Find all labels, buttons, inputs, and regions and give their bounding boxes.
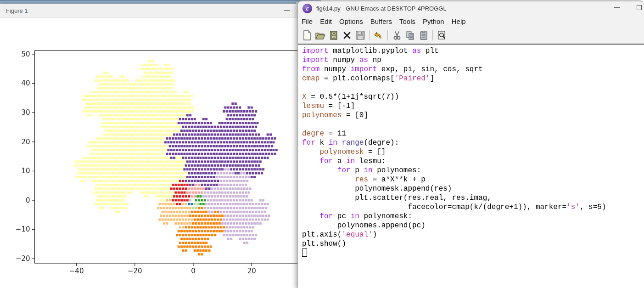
figure-window: Figure 1 — [0, 4, 298, 288]
close-x-icon — [342, 31, 352, 40]
emacs-toolbar — [298, 27, 644, 44]
emacs-menubar: FileEditOptionsBuffersToolsPythonHelp — [298, 15, 644, 27]
code-line: res = a*X**k + p — [302, 175, 644, 184]
toolbar-separator — [387, 30, 388, 40]
code-line: plt.axis('equal') — [302, 230, 644, 239]
menu-file[interactable]: File — [298, 17, 316, 25]
code-line: plt.scatter(res.real, res.imag, — [302, 193, 644, 203]
code-line: X = 0.5*(1+1j*sqrt(7)) — [302, 92, 644, 102]
figure-minimize-button[interactable] — [277, 4, 298, 18]
code-line: for p in polynomes: — [302, 166, 644, 175]
code-line: from numpy import exp, pi, sin, cos, sqr… — [302, 65, 644, 74]
open-file-button[interactable] — [314, 29, 327, 42]
new-file-icon — [302, 30, 312, 40]
dired-button[interactable] — [327, 29, 340, 42]
menu-tools[interactable]: Tools — [396, 17, 419, 25]
emacs-logo-icon: ε — [302, 4, 312, 13]
code-line: for k in range(degre): — [302, 138, 644, 147]
search-button[interactable] — [435, 29, 448, 42]
code-line: polynomes.append(pc) — [302, 221, 644, 230]
new-file-button[interactable] — [300, 29, 314, 42]
menu-python[interactable]: Python — [419, 17, 448, 25]
code-line: import numpy as np — [302, 56, 644, 65]
code-line: cmap = plt.colormaps['Paired'] — [302, 74, 644, 83]
figure-titlebar: Figure 1 — [0, 4, 298, 18]
figure-canvas[interactable] — [0, 18, 298, 288]
figure-title: Figure 1 — [6, 7, 28, 14]
copy-button[interactable] — [403, 29, 417, 42]
file-cabinet-icon — [329, 30, 339, 40]
open-folder-icon — [315, 30, 325, 41]
code-line: polynomes = [0] — [302, 111, 644, 120]
clipboard-icon — [419, 30, 429, 40]
code-line: import matplotlib.pyplot as plt — [302, 46, 644, 56]
emacs-window: ε fig614.py - GNU Emacs at DESKTOP-4PROG… — [297, 0, 644, 288]
magnifier-icon — [437, 30, 447, 40]
code-line — [302, 120, 644, 129]
menu-options[interactable]: Options — [336, 17, 367, 25]
save-buffer-button[interactable] — [353, 29, 367, 42]
paste-button[interactable] — [417, 29, 430, 42]
menu-edit[interactable]: Edit — [316, 17, 336, 25]
menu-buffers[interactable]: Buffers — [367, 17, 396, 25]
code-buffer[interactable]: import matplotlib.pyplot as pltimport nu… — [298, 45, 644, 288]
code-line: polynomesk.append(res) — [302, 184, 644, 193]
code-line: for a in lesmu: — [302, 157, 644, 166]
minimize-icon — [284, 10, 290, 11]
cut-button[interactable] — [390, 29, 403, 42]
emacs-minimize-button[interactable] — [614, 7, 620, 8]
close-buffer-button[interactable] — [340, 29, 353, 42]
code-line: polynomesk = [] — [302, 147, 644, 157]
menu-help[interactable]: Help — [448, 17, 470, 25]
code-line: for pc in polynomesk: — [302, 212, 644, 221]
copy-pages-icon — [405, 30, 415, 40]
code-line: lesmu = [-1] — [302, 102, 644, 111]
code-line: degre = 11 — [302, 129, 644, 138]
text-cursor — [302, 248, 307, 257]
undo-button[interactable] — [372, 29, 385, 42]
save-floppy-icon — [355, 30, 365, 40]
emacs-title: fig614.py - GNU Emacs at DESKTOP-4PROGGL — [316, 5, 447, 12]
toolbar-separator — [369, 30, 370, 40]
scissors-icon — [392, 30, 402, 40]
code-line — [302, 83, 644, 92]
code-line: plt.show() — [302, 239, 644, 248]
emacs-maximize-button[interactable] — [637, 5, 642, 10]
toolbar-separator — [432, 30, 433, 40]
undo-arrow-icon — [374, 30, 384, 40]
code-line: facecolor=cmap(k/(degre+1)), marker='s',… — [302, 203, 644, 212]
emacs-titlebar: ε fig614.py - GNU Emacs at DESKTOP-4PROG… — [298, 1, 644, 15]
